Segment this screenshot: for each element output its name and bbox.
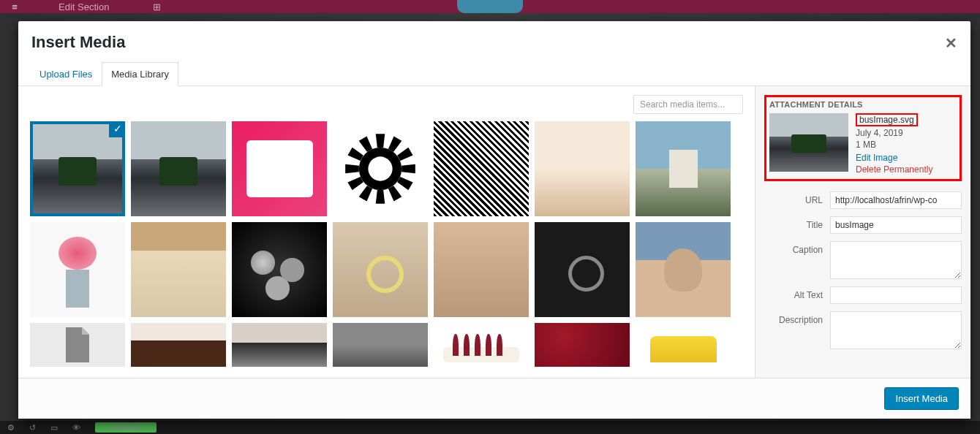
media-thumbnail[interactable]: [232, 121, 327, 216]
modal-title: Insert Media: [18, 21, 970, 62]
url-input[interactable]: [830, 191, 962, 209]
media-thumbnail[interactable]: [131, 323, 226, 367]
caption-label: Caption: [764, 241, 830, 255]
attachment-date: July 4, 2019: [856, 128, 932, 138]
title-label: Title: [764, 216, 830, 230]
modal-tabs: Upload Files Media Library: [18, 62, 970, 86]
media-thumbnail[interactable]: [535, 323, 630, 367]
media-thumbnail[interactable]: [636, 323, 731, 367]
hamburger-icon[interactable]: ≡: [0, 1, 29, 12]
modal-footer: Insert Media: [18, 378, 970, 419]
media-thumbnail[interactable]: ✓: [30, 121, 125, 216]
tab-upload-files[interactable]: Upload Files: [30, 62, 102, 86]
edit-section-label: Edit Section: [29, 1, 138, 12]
description-label: Description: [764, 311, 830, 325]
settings-icon[interactable]: ⚙: [7, 423, 15, 433]
attachment-filename: busImage.svg: [856, 113, 918, 126]
attachment-thumbnail: [769, 113, 848, 172]
attachment-details-box: ATTACHMENT DETAILS busImage.svg July 4, …: [764, 95, 962, 181]
delete-permanently-link[interactable]: Delete Permanently: [856, 164, 932, 175]
responsive-icon[interactable]: ▭: [50, 423, 58, 433]
check-icon: ✓: [109, 121, 125, 137]
media-thumbnail[interactable]: [232, 222, 327, 317]
insert-media-modal: ✕ Insert Media Upload Files Media Librar…: [18, 21, 970, 419]
caption-input[interactable]: [830, 241, 962, 279]
editor-bottombar: ⚙ ↺ ▭ 👁 UPDATE: [0, 421, 980, 434]
grid-icon[interactable]: ⊞: [153, 1, 161, 12]
insert-media-button[interactable]: Insert Media: [884, 387, 959, 410]
edit-image-link[interactable]: Edit Image: [856, 153, 932, 163]
media-thumbnail[interactable]: [333, 323, 428, 367]
media-thumbnail[interactable]: [131, 222, 226, 317]
media-thumbnail[interactable]: [333, 121, 428, 216]
attachment-heading: ATTACHMENT DETAILS: [769, 100, 957, 109]
media-thumbnail[interactable]: [434, 323, 529, 367]
media-thumbnail[interactable]: [30, 323, 125, 367]
media-thumbnail[interactable]: [434, 222, 529, 317]
media-thumbnail[interactable]: [535, 222, 630, 317]
media-thumbnail[interactable]: [636, 222, 731, 317]
history-icon[interactable]: ↺: [29, 423, 36, 433]
attachment-size: 1 MB: [856, 140, 932, 150]
preview-icon[interactable]: 👁: [72, 423, 80, 432]
media-thumbnail[interactable]: [434, 121, 529, 216]
section-add-handle[interactable]: [457, 0, 523, 13]
svg-point-1: [368, 156, 392, 180]
description-input[interactable]: [830, 311, 962, 349]
media-thumbnail[interactable]: [232, 323, 327, 367]
media-grid: ✓: [30, 121, 750, 378]
title-input[interactable]: [830, 216, 962, 234]
attachment-sidebar: ATTACHMENT DETAILS busImage.svg July 4, …: [755, 86, 970, 378]
media-thumbnail[interactable]: [131, 121, 226, 216]
tab-media-library[interactable]: Media Library: [102, 62, 178, 86]
media-thumbnail[interactable]: [333, 222, 428, 317]
search-input[interactable]: [633, 95, 743, 114]
alt-text-input[interactable]: [830, 286, 962, 304]
media-thumbnail[interactable]: [636, 121, 731, 216]
media-thumbnail[interactable]: [535, 121, 630, 216]
close-icon[interactable]: ✕: [945, 34, 957, 52]
update-button[interactable]: UPDATE: [95, 422, 157, 433]
media-library-panel: ✓: [18, 86, 755, 378]
media-thumbnail[interactable]: [30, 222, 125, 317]
alt-text-label: Alt Text: [764, 286, 830, 300]
url-label: URL: [764, 191, 830, 205]
